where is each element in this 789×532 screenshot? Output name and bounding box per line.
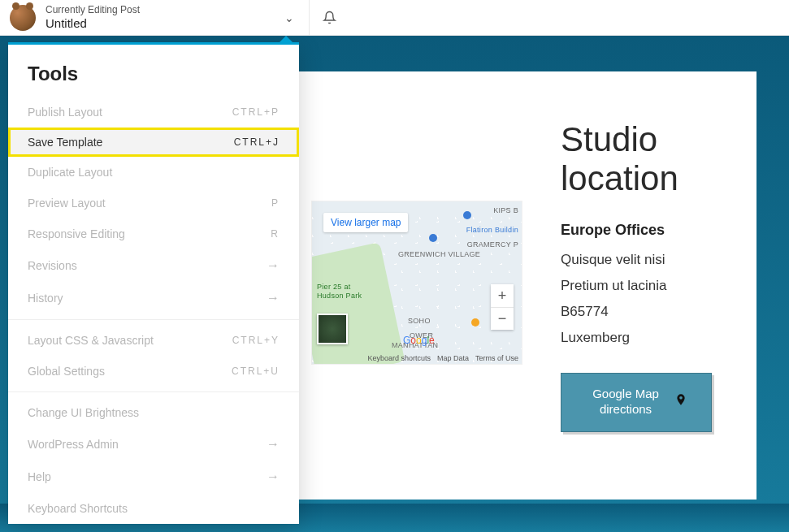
menu-separator xyxy=(8,391,299,392)
map-label-soho: SOHO xyxy=(408,317,431,325)
top-bar: Currently Editing Post Untitled ⌄ xyxy=(0,0,789,36)
zoom-in-button[interactable]: + xyxy=(491,284,514,307)
tools-item-label: WordPress Admin xyxy=(28,438,119,451)
map-label-greenwich: GREENWICH VILLAGE xyxy=(398,250,480,259)
page-content: KIPS B Flatiron Buildin GRAMERCY P GREEN… xyxy=(301,71,756,494)
editing-info: Currently Editing Post Untitled xyxy=(46,5,140,30)
location-line-3: B65774 xyxy=(561,299,724,325)
map-label-flatiron: Flatiron Buildin xyxy=(466,226,518,234)
tools-item-shortcut: CTRL+P xyxy=(232,106,280,118)
map-poi-metro-icon xyxy=(429,234,437,242)
tools-item-history[interactable]: History→ xyxy=(8,282,299,314)
arrow-right-icon: → xyxy=(267,437,280,452)
arrow-right-icon: → xyxy=(267,469,280,484)
bell-icon xyxy=(323,11,336,24)
tools-item-shortcut: P xyxy=(271,197,280,209)
tools-item-duplicate-layout[interactable]: Duplicate Layout xyxy=(8,157,299,188)
location-subheading: Europe Offices xyxy=(561,222,724,239)
map-footer: Keyboard shortcuts Map Data Terms of Use xyxy=(312,354,522,362)
map-zoom-control: + − xyxy=(491,284,514,330)
tools-item-keyboard-shortcuts[interactable]: Keyboard Shortcuts xyxy=(8,493,299,524)
tools-item-shortcut: R xyxy=(271,228,280,240)
location-heading: Studio location xyxy=(561,120,724,199)
tools-item-label: Duplicate Layout xyxy=(28,166,112,179)
tools-item-change-ui-brightness[interactable]: Change UI Brightness xyxy=(8,397,299,428)
map-embed[interactable]: KIPS B Flatiron Buildin GRAMERCY P GREEN… xyxy=(312,201,522,364)
editing-label: Currently Editing Post xyxy=(46,5,140,16)
tools-menu-title: Tools xyxy=(8,45,299,97)
tools-item-label: Change UI Brightness xyxy=(28,406,139,419)
tools-item-global-settings[interactable]: Global SettingsCTRL+U xyxy=(8,356,299,387)
tools-item-label: Help xyxy=(28,470,51,483)
tools-item-label: Preview Layout xyxy=(28,197,106,210)
notifications-button[interactable] xyxy=(310,11,349,24)
top-bar-left[interactable]: Currently Editing Post Untitled ⌄ xyxy=(0,5,309,31)
tools-item-shortcut: CTRL+U xyxy=(232,365,280,377)
tools-item-responsive-editing[interactable]: Responsive EditingR xyxy=(8,218,299,249)
tools-item-label: History xyxy=(28,292,63,305)
menu-separator xyxy=(8,319,299,320)
tools-item-preview-layout[interactable]: Preview LayoutP xyxy=(8,188,299,218)
post-title: Untitled xyxy=(46,16,140,30)
beaver-logo-icon xyxy=(10,5,36,31)
tools-item-label: Revisions xyxy=(28,259,77,272)
tools-item-label: Global Settings xyxy=(28,365,105,378)
tools-item-label: Save Template xyxy=(28,136,102,149)
tools-item-shortcut: CTRL+Y xyxy=(232,335,280,346)
location-line-4: Luxemberg xyxy=(561,325,724,351)
tools-item-revisions[interactable]: Revisions→ xyxy=(8,249,299,282)
zoom-out-button[interactable]: − xyxy=(491,307,514,330)
map-poi-landmark-icon xyxy=(463,211,471,219)
map-label-kips-bay: KIPS B xyxy=(493,206,518,214)
tools-item-label: Keyboard Shortcuts xyxy=(28,502,128,515)
tools-item-publish-layout[interactable]: Publish LayoutCTRL+P xyxy=(8,97,299,128)
tools-item-shortcut: CTRL+J xyxy=(234,136,280,148)
view-larger-map-link[interactable]: View larger map xyxy=(323,213,408,232)
google-logo: Google xyxy=(403,335,435,346)
map-poi-restaurant-icon xyxy=(471,318,479,327)
chevron-down-icon[interactable]: ⌄ xyxy=(284,11,294,24)
map-pin-icon xyxy=(674,393,687,410)
cta-label: Google Map directions xyxy=(585,386,666,417)
map-terms-link[interactable]: Terms of Use xyxy=(475,354,518,362)
tools-item-label: Layout CSS & Javascript xyxy=(28,334,154,347)
street-view-thumb[interactable] xyxy=(317,314,348,344)
location-line-1: Quisque velit nisi xyxy=(561,247,724,273)
tools-item-layout-css-javascript[interactable]: Layout CSS & JavascriptCTRL+Y xyxy=(8,325,299,356)
map-label-gramercy: GRAMERCY P xyxy=(467,240,518,249)
arrow-right-icon: → xyxy=(267,291,280,305)
tools-item-help[interactable]: Help→ xyxy=(8,461,299,493)
arrow-right-icon: → xyxy=(267,258,280,273)
tools-menu-panel: Tools Publish LayoutCTRL+PSave TemplateC… xyxy=(8,42,299,524)
tools-item-label: Responsive Editing xyxy=(28,227,125,240)
tools-item-save-template[interactable]: Save TemplateCTRL+J xyxy=(8,128,299,157)
google-map-directions-button[interactable]: Google Map directions xyxy=(561,373,712,432)
tools-item-wordpress-admin[interactable]: WordPress Admin→ xyxy=(8,428,299,461)
tools-item-label: Publish Layout xyxy=(28,106,102,119)
map-keyboard-shortcuts-link[interactable]: Keyboard shortcuts xyxy=(367,354,431,362)
location-line-2: Pretium ut lacinia xyxy=(561,273,724,299)
location-block: Studio location Europe Offices Quisque v… xyxy=(561,120,724,461)
map-data-link[interactable]: Map Data xyxy=(437,354,469,362)
map-label-pier25: Pier 25 at Hudson Park xyxy=(317,283,374,301)
